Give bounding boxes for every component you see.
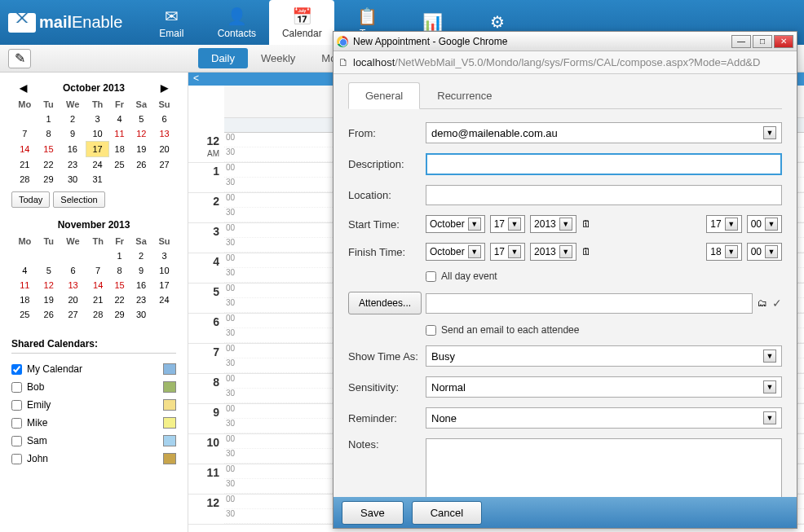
day-cell[interactable]: 26 (38, 307, 60, 322)
day-cell[interactable]: 28 (11, 172, 38, 187)
day-cell[interactable]: 15 (109, 278, 130, 292)
day-cell[interactable]: 5 (130, 112, 153, 126)
nav-item-calendar[interactable]: 📅Calendar (269, 0, 334, 45)
calendar-checkbox[interactable] (11, 364, 22, 375)
day-cell[interactable]: 10 (152, 263, 176, 278)
today-button[interactable]: Today (11, 191, 50, 208)
location-input[interactable] (426, 185, 782, 205)
day-cell[interactable]: 30 (59, 172, 86, 187)
finish-year-select[interactable]: 2013▼ (530, 243, 576, 261)
day-cell[interactable]: 25 (11, 307, 38, 322)
attendees-input[interactable] (426, 293, 753, 314)
attendees-button[interactable]: Attendees... (348, 292, 422, 314)
reminder-select[interactable]: None▼ (426, 407, 782, 429)
day-cell[interactable]: 1 (38, 112, 60, 126)
day-cell[interactable]: 11 (11, 278, 38, 292)
contacts-icon[interactable]: 🗂 (758, 297, 767, 309)
day-cell[interactable]: 2 (59, 112, 86, 126)
prev-month-icon[interactable]: ◀ (20, 82, 27, 94)
calendar-checkbox[interactable] (11, 454, 22, 464)
calendar-icon[interactable]: 🗓 (581, 218, 591, 230)
calendar-checkbox[interactable] (11, 436, 22, 446)
calendar-checkbox[interactable] (11, 382, 22, 393)
day-cell[interactable]: 13 (152, 126, 176, 142)
selection-button[interactable]: Selection (53, 191, 104, 208)
minimize-button[interactable]: — (731, 35, 751, 48)
day-cell[interactable]: 22 (109, 292, 130, 307)
tab-recurrence[interactable]: Recurrence (420, 82, 509, 108)
day-cell[interactable]: 31 (86, 172, 109, 187)
day-cell[interactable]: 19 (130, 142, 153, 157)
day-cell[interactable]: 23 (130, 292, 152, 307)
day-cell[interactable]: 16 (59, 142, 86, 157)
day-cell[interactable]: 28 (86, 307, 109, 322)
nav-item-contacts[interactable]: 👤Contacts (204, 0, 269, 45)
day-cell[interactable]: 6 (60, 263, 87, 278)
day-cell[interactable]: 12 (130, 126, 153, 142)
address-bar[interactable]: 🗋 localhost/NetWebMail_V5.0/Mondo/lang/s… (334, 51, 797, 74)
day-cell[interactable]: 17 (86, 142, 109, 157)
description-input[interactable] (426, 153, 782, 175)
calendar-checkbox[interactable] (11, 418, 22, 429)
day-cell[interactable]: 24 (86, 157, 109, 173)
day-cell[interactable]: 24 (152, 292, 176, 307)
showas-select[interactable]: Busy▼ (426, 345, 782, 367)
shared-calendar-item[interactable]: Sam (11, 432, 176, 450)
day-cell[interactable]: 4 (11, 263, 38, 278)
day-cell[interactable]: 23 (59, 157, 86, 173)
finish-min-select[interactable]: 00▼ (747, 243, 782, 261)
day-cell[interactable]: 4 (108, 112, 130, 126)
maximize-button[interactable]: □ (753, 35, 772, 48)
day-cell[interactable]: 7 (86, 263, 109, 278)
day-cell[interactable]: 5 (38, 263, 60, 278)
window-titlebar[interactable]: New Appointment - Google Chrome — □ ✕ (334, 32, 797, 51)
allday-checkbox[interactable] (426, 271, 436, 282)
day-cell[interactable]: 9 (130, 263, 152, 278)
calendar-icon[interactable]: 🗓 (581, 246, 591, 257)
day-cell[interactable]: 26 (130, 157, 153, 173)
day-cell[interactable]: 17 (152, 278, 176, 292)
day-cell[interactable]: 22 (38, 157, 60, 173)
day-cell[interactable]: 7 (11, 126, 38, 142)
day-cell[interactable]: 13 (60, 278, 87, 292)
check-icon[interactable]: ✓ (772, 297, 782, 310)
day-cell[interactable]: 21 (11, 157, 38, 173)
day-cell[interactable]: 29 (38, 172, 60, 187)
day-cell[interactable]: 27 (152, 157, 176, 173)
shared-calendar-item[interactable]: Mike (11, 414, 176, 432)
view-tab-daily[interactable]: Daily (198, 48, 248, 68)
notes-textarea[interactable] (426, 438, 782, 497)
day-cell[interactable]: 27 (60, 307, 87, 322)
close-button[interactable]: ✕ (774, 35, 793, 48)
tab-general[interactable]: General (348, 82, 420, 109)
day-cell[interactable]: 11 (108, 126, 130, 142)
view-tab-weekly[interactable]: Weekly (248, 48, 308, 68)
day-cell[interactable]: 3 (152, 248, 176, 263)
calendar-checkbox[interactable] (11, 400, 22, 411)
day-cell[interactable]: 21 (86, 292, 109, 307)
from-select[interactable]: demo@mailenable.com.au ▼ (426, 122, 782, 143)
day-cell[interactable]: 8 (109, 263, 130, 278)
start-year-select[interactable]: 2013▼ (530, 215, 576, 233)
finish-month-select[interactable]: October▼ (426, 243, 485, 261)
sensitivity-select[interactable]: Normal▼ (426, 376, 782, 398)
day-cell[interactable]: 30 (130, 307, 152, 322)
day-cell[interactable]: 1 (109, 248, 130, 263)
finish-day-select[interactable]: 17▼ (490, 243, 525, 261)
shared-calendar-item[interactable]: Emily (11, 396, 176, 414)
next-month-icon[interactable]: ▶ (161, 82, 168, 94)
shared-calendar-item[interactable]: John (11, 450, 176, 468)
day-cell[interactable]: 14 (11, 142, 38, 157)
day-cell[interactable]: 12 (38, 278, 60, 292)
start-day-select[interactable]: 17▼ (490, 215, 525, 233)
day-cell[interactable]: 20 (60, 292, 87, 307)
nav-item-email[interactable]: ✉Email (139, 0, 204, 45)
sendmail-checkbox[interactable] (426, 325, 436, 336)
finish-hour-select[interactable]: 18▼ (706, 243, 741, 261)
shared-calendar-item[interactable]: My Calendar (11, 360, 176, 378)
day-cell[interactable]: 16 (130, 278, 152, 292)
logo[interactable]: mailEnable (8, 13, 122, 33)
day-cell[interactable]: 19 (38, 292, 60, 307)
day-cell[interactable]: 6 (152, 112, 176, 126)
shared-calendar-item[interactable]: Bob (11, 378, 176, 396)
